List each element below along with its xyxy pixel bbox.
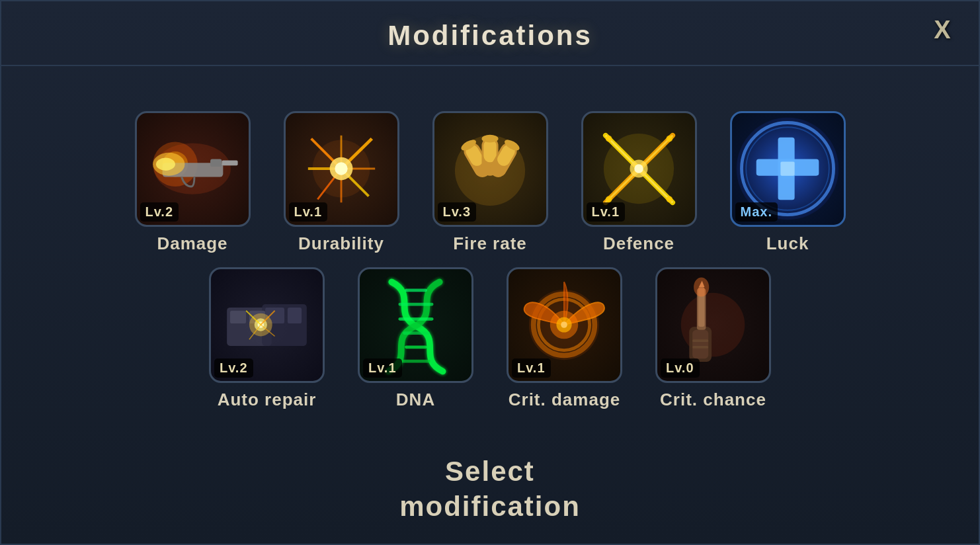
dna-level: Lv.1 bbox=[363, 358, 402, 378]
svg-point-7 bbox=[155, 157, 175, 170]
defence-label: Defence bbox=[603, 233, 674, 254]
mod-critdamage[interactable]: Lv.1 Crit. damage bbox=[507, 267, 622, 410]
svg-point-37 bbox=[666, 135, 673, 142]
modal-title: Modifications bbox=[388, 20, 592, 51]
critdamage-icon-wrapper: Lv.1 bbox=[507, 267, 622, 383]
close-button[interactable]: X bbox=[924, 12, 960, 48]
critchance-label: Crit. chance bbox=[660, 390, 766, 410]
firerate-label: Fire rate bbox=[453, 233, 527, 254]
autorepair-level: Lv.2 bbox=[214, 358, 253, 378]
svg-point-77 bbox=[694, 277, 709, 296]
svg-rect-45 bbox=[780, 161, 794, 175]
defence-level: Lv.1 bbox=[587, 202, 626, 222]
firerate-icon-wrapper: Lv.3 bbox=[432, 111, 548, 227]
mod-critchance[interactable]: Lv.0 Crit. chance bbox=[655, 267, 771, 410]
svg-point-18 bbox=[335, 162, 347, 175]
svg-rect-4 bbox=[210, 159, 222, 167]
mod-damage[interactable]: Lv.2 Damage bbox=[135, 111, 251, 254]
svg-point-38 bbox=[605, 196, 612, 202]
svg-point-35 bbox=[634, 164, 643, 173]
svg-rect-78 bbox=[692, 339, 708, 342]
damage-icon-wrapper: Lv.2 bbox=[135, 111, 251, 227]
critdamage-label: Crit. damage bbox=[509, 390, 621, 410]
dna-label: DNA bbox=[396, 390, 435, 410]
svg-rect-48 bbox=[230, 310, 246, 323]
autorepair-icon-wrapper: Lv.2 bbox=[209, 267, 325, 383]
svg-point-25 bbox=[481, 134, 498, 142]
modal-header: Modifications bbox=[1, 1, 979, 66]
svg-point-70 bbox=[561, 321, 567, 328]
mod-dna[interactable]: Lv.1 DNA bbox=[358, 267, 473, 410]
svg-point-39 bbox=[666, 196, 673, 202]
mod-luck[interactable]: Max. Luck bbox=[730, 111, 846, 254]
mod-row-1: Lv.2 Damage bbox=[135, 111, 846, 254]
modifications-modal: Modifications X bbox=[0, 0, 980, 545]
mod-autorepair[interactable]: Lv.2 Auto repair bbox=[209, 267, 325, 410]
svg-rect-79 bbox=[692, 345, 708, 348]
dna-icon-wrapper: Lv.1 bbox=[358, 267, 473, 383]
mod-defence[interactable]: Lv.1 Defence bbox=[581, 111, 697, 254]
luck-level: Max. bbox=[735, 202, 778, 222]
modifications-grid: Lv.2 Damage bbox=[135, 66, 846, 454]
mod-row-2: Lv.2 Auto repair bbox=[209, 267, 771, 410]
damage-level: Lv.2 bbox=[140, 202, 179, 222]
svg-rect-73 bbox=[692, 329, 708, 358]
firerate-level: Lv.3 bbox=[438, 202, 477, 222]
luck-icon-wrapper: Max. bbox=[730, 111, 846, 227]
mod-firerate[interactable]: Lv.3 Fire rate bbox=[432, 111, 548, 254]
critchance-icon-wrapper: Lv.0 bbox=[655, 267, 771, 383]
autorepair-label: Auto repair bbox=[218, 390, 317, 410]
damage-label: Damage bbox=[157, 233, 227, 254]
footer-line1: Select modification bbox=[399, 456, 581, 522]
defence-icon-wrapper: Lv.1 bbox=[581, 111, 697, 227]
footer-text: Select modification bbox=[399, 454, 581, 544]
svg-rect-51 bbox=[288, 307, 302, 323]
mod-durability[interactable]: Lv.1 Durability bbox=[284, 111, 399, 254]
svg-rect-24 bbox=[483, 139, 496, 162]
durability-level: Lv.1 bbox=[289, 202, 328, 222]
critdamage-level: Lv.1 bbox=[512, 358, 551, 378]
durability-icon-wrapper: Lv.1 bbox=[284, 111, 399, 227]
luck-label: Luck bbox=[766, 233, 809, 254]
svg-rect-5 bbox=[222, 160, 237, 165]
durability-label: Durability bbox=[298, 233, 384, 254]
critchance-level: Lv.0 bbox=[661, 358, 700, 378]
svg-point-36 bbox=[605, 135, 612, 142]
